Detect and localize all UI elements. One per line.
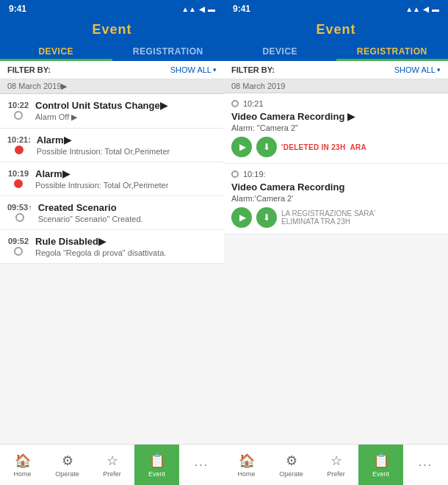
nav-more-right[interactable]: ··· — [403, 445, 448, 485]
event-list-left: 10:22 Control Unit Status Change▶ Alarm … — [0, 94, 224, 444]
header-title-left: Event — [92, 22, 131, 37]
nav-operate-label: Operate — [55, 470, 79, 478]
play-button[interactable]: ▶ — [231, 207, 252, 228]
deleted-badge: 'DELETED IN 23H — [281, 143, 345, 151]
reg-event-title: Video Camera Recording — [231, 182, 441, 193]
header-left: Event — [0, 18, 224, 40]
nav-prefer-right[interactable]: ☆ Prefer — [314, 445, 358, 485]
event-time-col: 10:21: — [7, 134, 31, 156]
event-content: Rule Disabled▶ Regola "Regola di prova" … — [35, 236, 217, 257]
reg-event-item[interactable]: 10:19: Video Camera Recording Alarm:'Cam… — [224, 164, 448, 234]
event-title: Rule Disabled▶ — [35, 236, 217, 247]
event-item[interactable]: 09:53↑ Created Scenario Scenario" Scenar… — [0, 196, 224, 230]
chevron-down-icon-left: ▾ — [213, 66, 217, 73]
show-all-left[interactable]: SHOW ALL ▾ — [170, 65, 217, 74]
home-icon: 🏠 — [239, 453, 255, 469]
reg-event-title: Video Camera Recording ▶ — [231, 111, 441, 122]
event-title: Alarm▶ — [37, 134, 217, 146]
more-icon: ··· — [195, 459, 209, 472]
prefer-icon: ☆ — [330, 453, 342, 469]
tab-device-left[interactable]: DEVICE — [0, 40, 112, 61]
header-title-right: Event — [316, 22, 355, 37]
reg-dot — [231, 170, 239, 178]
nav-event-left[interactable]: 📋 Event — [134, 445, 179, 485]
reg-event-item[interactable]: 10:21 Video Camera Recording ▶ Alarm: "C… — [224, 93, 448, 164]
event-time: 09:52 — [8, 237, 29, 245]
play-icon: ▶ — [239, 142, 246, 152]
reg-event-time: 10:19: — [231, 170, 441, 179]
home-icon: 🏠 — [15, 453, 31, 469]
filter-label-right: FILTER BY: — [231, 65, 275, 74]
tabs-right: DEVICE REGISTRATION — [224, 40, 448, 61]
event-time-col: 10:22 — [7, 100, 29, 122]
event-desc: Scenario" Scenario" Created. — [38, 215, 217, 223]
header-right: Event — [224, 18, 448, 40]
download-icon: ⬇ — [263, 212, 270, 223]
event-title: Alarm▶ — [35, 168, 217, 179]
time-left: 9:41 — [9, 4, 26, 14]
reg-event-time: 10:21 — [231, 99, 441, 108]
tab-device-right[interactable]: DEVICE — [224, 40, 336, 61]
show-all-right[interactable]: SHOW ALL ▾ — [394, 65, 441, 74]
event-icon: 📋 — [373, 453, 389, 469]
download-button[interactable]: ⬇ — [256, 137, 277, 157]
event-time: 10:19 — [8, 169, 29, 178]
event-dot-gray — [14, 247, 23, 256]
nav-home-right[interactable]: 🏠 Home — [224, 445, 269, 485]
event-desc: Possible Intrusion: Total Or,Perimeter — [37, 147, 217, 156]
event-time-col: 09:52 — [7, 236, 29, 257]
play-icon: ▶ — [239, 212, 246, 223]
download-button[interactable]: ⬇ — [256, 207, 277, 228]
nav-home-label: Home — [237, 470, 255, 478]
tabs-left: DEVICE REGISTRATION — [0, 40, 224, 61]
event-desc: Possible Intrusion: Total Or,Perimeter — [35, 181, 217, 190]
nav-prefer-label: Prefer — [103, 470, 121, 478]
nav-more-left[interactable]: ··· — [179, 445, 224, 485]
reg-actions: ▶ ⬇ 'DELETED IN 23H ARA — [231, 137, 441, 157]
reg-dot — [231, 100, 239, 107]
event-item[interactable]: 10:19 Alarm▶ Possible Intrusion: Total O… — [0, 162, 224, 196]
nav-operate-left[interactable]: ⚙ Operate — [45, 445, 90, 485]
nav-event-right[interactable]: 📋 Event — [358, 445, 403, 485]
more-icon: ··· — [419, 459, 433, 472]
nav-operate-label: Operate — [279, 470, 303, 478]
download-icon: ⬇ — [263, 142, 270, 152]
right-panel: 9:41 ▲▲ ◀ ▬ Event DEVICE REGISTRATION FI… — [224, 0, 448, 485]
event-content: Alarm▶ Possible Intrusion: Total Or,Peri… — [35, 168, 217, 190]
left-panel: 9:41 ▲▲ ◀ ▬ Event DEVICE REGISTRATION FI… — [0, 0, 224, 485]
status-icons-right: ▲▲ ◀ ▬ — [405, 5, 439, 13]
deleted-suffix: ARA — [350, 143, 366, 151]
nav-operate-right[interactable]: ⚙ Operate — [269, 445, 314, 485]
event-time: 10:22 — [8, 101, 29, 109]
event-item[interactable]: 10:21: Alarm▶ Possible Intrusion: Total … — [0, 129, 224, 162]
filter-row-right: FILTER BY: SHOW ALL ▾ — [224, 61, 448, 79]
nav-home-left[interactable]: 🏠 Home — [0, 445, 45, 485]
deleted-suffix-it: ELIMINATA TRA 23H — [281, 218, 375, 226]
bottom-nav-left: 🏠 Home ⚙ Operate ☆ Prefer 📋 Event ··· — [0, 444, 224, 485]
event-icon: 📋 — [149, 453, 165, 469]
event-content: Alarm▶ Possible Intrusion: Total Or,Peri… — [37, 134, 217, 156]
event-title: Control Unit Status Change▶ — [35, 100, 217, 111]
event-dot-gray — [14, 111, 23, 120]
filter-label-left: FILTER BY: — [7, 65, 51, 74]
event-item[interactable]: 10:22 Control Unit Status Change▶ Alarm … — [0, 94, 224, 129]
nav-event-label: Event — [148, 470, 165, 478]
nav-event-label: Event — [372, 470, 389, 478]
nav-prefer-label: Prefer — [327, 470, 345, 478]
event-time-col: 10:19 — [7, 168, 29, 190]
reg-time-text: 10:21 — [243, 99, 264, 108]
event-desc: Regola "Regola di prova" disattivata. — [35, 248, 217, 257]
event-content: Created Scenario Scenario" Scenario" Cre… — [38, 202, 217, 223]
status-bar-left: 9:41 ▲▲ ◀ ▬ — [0, 0, 224, 18]
operate-icon: ⚙ — [62, 453, 73, 469]
show-all-text-right: SHOW ALL — [394, 65, 436, 74]
nav-prefer-left[interactable]: ☆ Prefer — [90, 445, 134, 485]
reg-time-text: 10:19: — [243, 170, 266, 179]
play-button[interactable]: ▶ — [231, 137, 252, 157]
operate-icon: ⚙ — [286, 453, 297, 469]
tab-registration-right[interactable]: REGISTRATION — [336, 40, 449, 61]
event-list-right: 10:21 Video Camera Recording ▶ Alarm: "C… — [224, 93, 448, 444]
chevron-down-icon-right: ▾ — [437, 66, 441, 73]
event-item[interactable]: 09:52 Rule Disabled▶ Regola "Regola di p… — [0, 230, 224, 264]
tab-registration-left[interactable]: REGISTRATION — [112, 40, 225, 61]
